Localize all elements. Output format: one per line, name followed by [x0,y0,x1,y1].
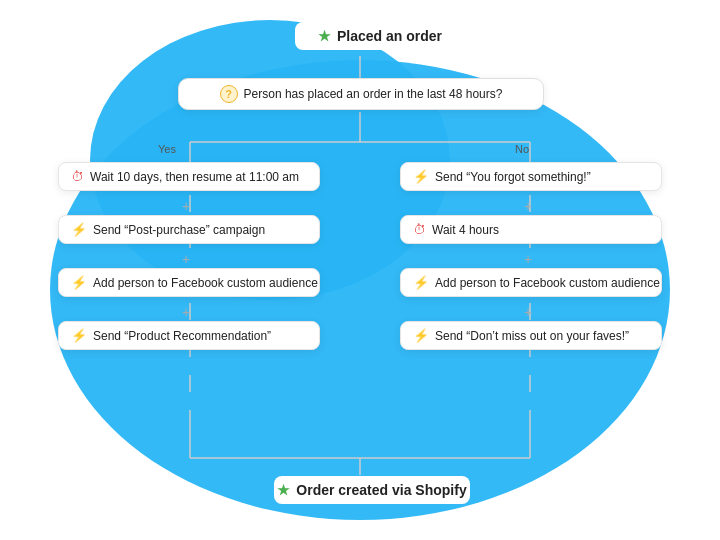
clock-icon-2: ⏱ [413,222,426,237]
no-step-4: ⚡ Send “Don’t miss out on your faves!” [400,321,662,350]
bolt-icon-4: ⚡ [413,169,429,184]
no-step-1-label: Send “You forgot something!” [435,170,591,184]
bolt-icon-5: ⚡ [413,275,429,290]
star-icon: ★ [318,28,331,44]
bolt-icon-6: ⚡ [413,328,429,343]
no-label: No [515,143,529,155]
plus-no-2: + [524,251,532,267]
no-step-3-label: Add person to Facebook custom audience [435,276,660,290]
yes-step-3: ⚡ Add person to Facebook custom audience [58,268,320,297]
yes-step-2: ⚡ Send “Post-purchase” campaign [58,215,320,244]
question-icon: ? [220,85,238,103]
no-step-3: ⚡ Add person to Facebook custom audience [400,268,662,297]
yes-step-4-label: Send “Product Recommendation” [93,329,271,343]
plus-yes-1: + [182,198,190,214]
condition-node: ? Person has placed an order in the last… [178,78,544,110]
yes-step-1: ⏱ Wait 10 days, then resume at 11:00 am [58,162,320,191]
bolt-icon-2: ⚡ [71,275,87,290]
yes-step-2-label: Send “Post-purchase” campaign [93,223,265,237]
bolt-icon-1: ⚡ [71,222,87,237]
bolt-icon-3: ⚡ [71,328,87,343]
plus-no-1: + [524,198,532,214]
end-label: Order created via Shopify [296,482,466,498]
end-node: ★ Order created via Shopify [274,476,470,504]
yes-label: Yes [158,143,176,155]
clock-icon-1: ⏱ [71,169,84,184]
no-step-2: ⏱ Wait 4 hours [400,215,662,244]
no-step-1: ⚡ Send “You forgot something!” [400,162,662,191]
plus-yes-2: + [182,251,190,267]
star-icon-end: ★ [277,482,290,498]
content: ★ Placed an order ? Person has placed an… [0,0,720,540]
yes-step-4: ⚡ Send “Product Recommendation” [58,321,320,350]
scene: ★ Placed an order ? Person has placed an… [0,0,720,540]
yes-step-3-label: Add person to Facebook custom audience [93,276,318,290]
plus-yes-3: + [182,304,190,320]
yes-step-1-label: Wait 10 days, then resume at 11:00 am [90,170,299,184]
trigger-label: Placed an order [337,28,442,44]
plus-no-3: + [524,304,532,320]
no-step-4-label: Send “Don’t miss out on your faves!” [435,329,629,343]
trigger-node: ★ Placed an order [295,22,465,50]
condition-label: Person has placed an order in the last 4… [244,87,503,101]
no-step-2-label: Wait 4 hours [432,223,499,237]
